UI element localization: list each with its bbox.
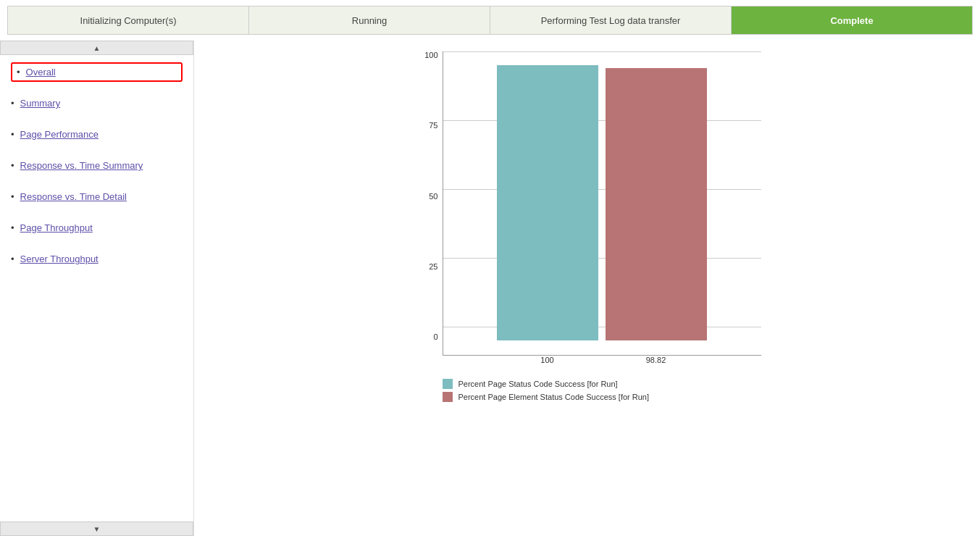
sidebar-item-server-throughput[interactable]: •Server Throughput <box>11 254 183 264</box>
legend-color-legend2 <box>443 392 453 402</box>
sidebar-item-response-time-detail[interactable]: •Response vs. Time Detail <box>11 191 183 202</box>
sidebar-link-summary[interactable]: Summary <box>20 98 61 109</box>
sidebar-link-server-throughput[interactable]: Server Throughput <box>20 254 99 264</box>
bar-group-bar2 <box>606 68 707 340</box>
y-axis-label: 75 <box>429 122 437 130</box>
bullet-icon: • <box>11 129 14 140</box>
bar-bar1 <box>497 65 598 340</box>
sidebar-item-response-time-summary[interactable]: •Response vs. Time Summary <box>11 160 183 171</box>
sidebar-link-response-time-summary[interactable]: Response vs. Time Summary <box>20 160 143 171</box>
sidebar-link-page-throughput[interactable]: Page Throughput <box>20 222 93 233</box>
main-layout: ▲ •Overall•Summary•Page Performance•Resp… <box>0 41 980 536</box>
legend-label-legend1: Percent Page Status Code Success [for Ru… <box>458 380 618 388</box>
sidebar: ▲ •Overall•Summary•Page Performance•Resp… <box>0 41 194 536</box>
x-axis-label-bar2: 98.82 <box>606 356 707 370</box>
content-area: 1007550250 10098.82 Percent Page Status … <box>194 41 980 536</box>
x-axis-label-bar1: 100 <box>497 356 598 370</box>
sidebar-link-overall[interactable]: Overall <box>26 67 56 78</box>
bullet-icon: • <box>11 254 14 264</box>
sidebar-item-summary[interactable]: •Summary <box>11 98 183 109</box>
status-step-transfer: Performing Test Log data transfer <box>490 7 732 34</box>
bullet-icon: • <box>11 222 14 233</box>
scroll-up-button[interactable]: ▲ <box>0 41 193 55</box>
legend-label-legend2: Percent Page Element Status Code Success… <box>458 393 650 401</box>
sidebar-item-page-throughput[interactable]: •Page Throughput <box>11 222 183 233</box>
y-axis-label: 25 <box>429 263 437 271</box>
sidebar-item-overall[interactable]: •Overall <box>11 62 183 82</box>
chart-area: 1007550250 <box>414 51 761 356</box>
bar-bar2 <box>606 68 707 340</box>
status-step-running: Running <box>249 7 490 34</box>
y-axis-label: 100 <box>424 51 437 59</box>
legend-color-legend1 <box>443 379 453 389</box>
bullet-icon: • <box>11 160 14 171</box>
status-step-init: Initializing Computer(s) <box>8 7 249 34</box>
chart-plot <box>443 51 761 356</box>
legend: Percent Page Status Code Success [for Ru… <box>443 379 761 402</box>
bars-wrapper <box>443 51 761 340</box>
bar-group-bar1 <box>497 65 598 340</box>
scroll-down-button[interactable]: ▼ <box>0 522 193 536</box>
y-axis-label: 50 <box>429 193 437 201</box>
x-axis-area: 10098.82 <box>443 356 761 370</box>
y-axis: 1007550250 <box>414 51 443 356</box>
legend-item-legend2: Percent Page Element Status Code Success… <box>443 392 761 402</box>
sidebar-item-page-performance[interactable]: •Page Performance <box>11 129 183 140</box>
sidebar-link-page-performance[interactable]: Page Performance <box>20 129 99 140</box>
bullet-icon: • <box>11 191 14 202</box>
status-step-complete: Complete <box>732 7 972 34</box>
sidebar-link-response-time-detail[interactable]: Response vs. Time Detail <box>20 191 127 202</box>
bullet-icon: • <box>11 98 14 109</box>
status-bar: Initializing Computer(s)RunningPerformin… <box>7 6 973 35</box>
legend-item-legend1: Percent Page Status Code Success [for Ru… <box>443 379 761 389</box>
chart-container: 1007550250 10098.82 Percent Page Status … <box>414 51 761 402</box>
y-axis-label: 0 <box>433 333 437 341</box>
sidebar-content: •Overall•Summary•Page Performance•Respon… <box>0 55 193 522</box>
bullet-icon: • <box>17 67 20 78</box>
